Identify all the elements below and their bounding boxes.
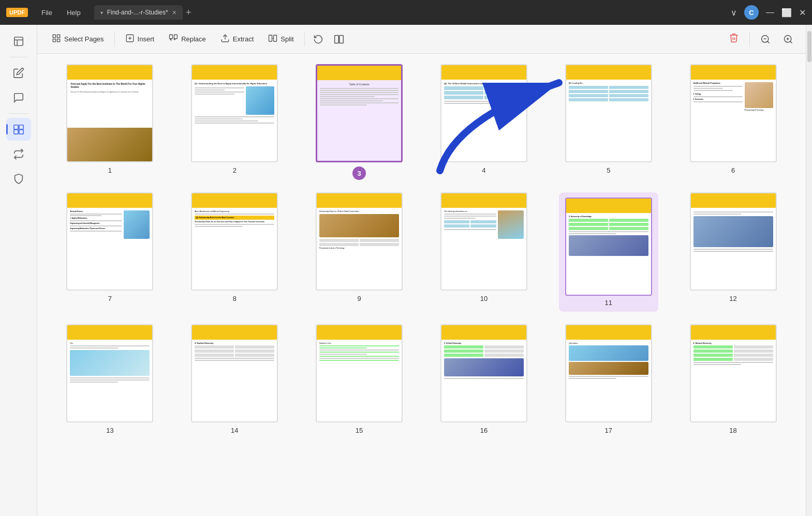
select-pages-button[interactable]: Select Pages [46,31,110,48]
file-menu[interactable]: File [36,7,57,19]
svg-rect-5 [13,130,18,134]
zoom-out-button[interactable] [756,31,775,48]
left-sidebar [0,25,37,516]
pages-grid: Find and Apply For the Best Institutes I… [37,54,806,516]
page-number-4: 4 [482,166,485,174]
page-thumb-13[interactable]: Info... [66,324,153,422]
page-number-9: 9 [357,295,361,302]
page-thumb-7[interactable]: Actuarial Science 1. Applied Mathematics… [66,192,153,291]
svg-rect-10 [57,39,60,41]
sidebar-item-comment[interactable] [6,86,31,109]
page-badge-3: 3 [352,166,366,180]
page-number-10: 10 [480,295,488,302]
toolbar-sep-3 [749,32,750,47]
sidebar-item-convert[interactable] [6,143,31,165]
page-thumb-3[interactable]: Table of Contents [316,64,403,162]
svg-rect-15 [174,35,178,39]
replace-icon [169,34,178,45]
page-item-8[interactable]: About Architecture and Marine Engineerin… [178,192,292,312]
page-item-9[interactable]: Scholarship Rules for 10 Best Global Uni… [302,192,417,312]
dropdown-icon[interactable]: ∨ [731,8,737,18]
svg-rect-8 [57,35,60,37]
page-item-16[interactable]: 5. Oxford University 16 [426,324,541,434]
page-item-4[interactable]: Q2. The 10 Best Global Universities Lead… [426,64,541,180]
tab-dropdown-icon[interactable]: ▾ [100,10,103,16]
page-item-13[interactable]: Info... 13 [53,324,167,434]
replace-button[interactable]: Replace [163,31,212,48]
tab-close-icon[interactable]: × [172,8,176,17]
page-item-3[interactable]: Table of Contents 3 [302,64,417,180]
page-number-15: 15 [356,427,363,434]
sidebar-item-protect[interactable] [6,168,31,190]
insert-label: Insert [138,35,155,43]
view-toggle-button[interactable] [330,31,348,48]
page-thumb-1[interactable]: Find and Apply For the Best Institutes I… [66,64,153,162]
page-item-7[interactable]: Actuarial Science 1. Applied Mathematics… [53,192,167,312]
svg-rect-21 [339,35,343,43]
page-thumb-12[interactable] [690,192,777,291]
replace-label: Replace [181,35,206,43]
page-number-2: 2 [233,166,237,174]
page-thumb-2[interactable]: Q1. Understanding the Need to Apply Inte… [191,64,278,162]
scrollbar[interactable] [806,25,812,516]
page-item-12[interactable]: 12 [676,192,790,312]
page-thumb-5[interactable]: Q3. Leading the... [565,64,652,162]
page-item-14[interactable]: 4. Stanford University 14 [178,324,292,434]
page-number-14: 14 [231,427,238,434]
user-avatar[interactable]: C [744,5,759,20]
help-menu[interactable]: Help [62,7,86,19]
page-thumb-17[interactable]: Information... [565,324,652,422]
page-thumb-18[interactable]: 6. Harvard University [690,324,777,422]
split-icon [268,34,277,45]
tab-area: ▾ Find-and-...-r-Studies* × + [94,5,727,20]
sidebar-item-organize[interactable] [6,118,31,141]
page-thumb-9[interactable]: Scholarship Rules for 10 Best Global Uni… [316,192,403,291]
main-layout: Select Pages Insert Replace Extract [0,25,812,516]
svg-rect-0 [14,37,23,46]
page-item-11[interactable]: 3. University of Cambridge [551,192,666,312]
extract-button[interactable]: Extract [214,31,260,48]
extract-label: Extract [233,35,254,43]
split-button[interactable]: Split [262,31,300,48]
page-item-17[interactable]: Information... 17 [551,324,666,434]
page-thumb-6[interactable]: Health and Medical Preparation 1. Zoolog… [690,64,777,162]
page-number-1: 1 [108,166,112,174]
scrollbar-thumb[interactable] [807,31,811,62]
page-item-10[interactable]: The following information on... [426,192,541,312]
delete-button[interactable] [725,29,743,49]
page-number-11: 11 [605,299,612,307]
page-number-12: 12 [729,295,736,302]
page-item-6[interactable]: Health and Medical Preparation 1. Zoolog… [676,64,790,180]
page-thumb-11[interactable]: 3. University of Cambridge [565,198,652,296]
svg-rect-18 [274,35,277,41]
page-item-5[interactable]: Q3. Leading the... 5 [551,64,666,180]
page-item-18[interactable]: 6. Harvard University [676,324,790,434]
svg-rect-7 [53,35,55,37]
page-thumb-16[interactable]: 5. Oxford University [440,324,527,422]
page-item-15[interactable]: Stephen's Info... 15 [302,324,417,434]
insert-button[interactable]: Insert [119,31,161,48]
page-thumb-4[interactable]: Q2. The 10 Best Global Universities Lead… [440,64,527,162]
page-thumb-15[interactable]: Stephen's Info... [316,324,403,422]
close-button[interactable]: ✕ [799,8,806,18]
page-number-18: 18 [729,427,736,434]
sidebar-divider-1 [9,57,28,57]
toolbar-right [725,29,798,49]
svg-line-23 [767,41,770,43]
sidebar-item-reader[interactable] [6,30,31,53]
maximize-button[interactable]: ⬜ [781,8,792,18]
page-item-1[interactable]: Find and Apply For the Best Institutes I… [53,64,167,180]
page-thumb-14[interactable]: 4. Stanford University [191,324,278,422]
active-tab[interactable]: ▾ Find-and-...-r-Studies* × [94,5,183,20]
page-thumb-8[interactable]: About Architecture and Marine Engineerin… [191,192,278,291]
zoom-in-button[interactable] [779,31,798,48]
sidebar-item-edit[interactable] [6,62,31,84]
add-tab-button[interactable]: + [186,7,191,18]
page-number-5: 5 [607,166,610,174]
page-number-7: 7 [108,295,112,302]
rotate-left-button[interactable] [309,31,328,48]
minimize-button[interactable]: — [766,8,774,17]
page-item-2[interactable]: Q1. Understanding the Need to Apply Inte… [178,64,292,180]
page-thumb-10[interactable]: The following information on... [440,192,527,291]
page-number-17: 17 [605,427,612,434]
